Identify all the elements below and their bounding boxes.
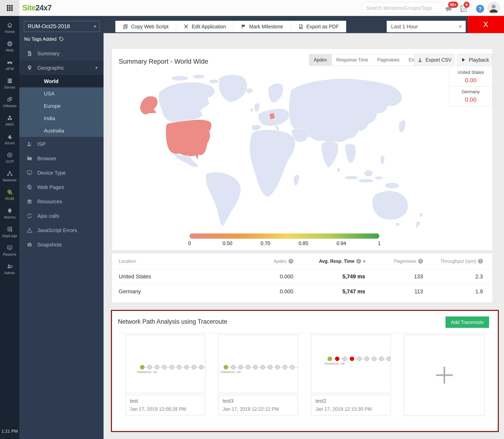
- column-header-location[interactable]: Location: [119, 259, 243, 264]
- sidebar-subitem-australia[interactable]: Australia: [19, 124, 104, 137]
- add-traceroute-card[interactable]: [404, 335, 485, 415]
- export-as-pdf-button[interactable]: PDFExport as PDF: [291, 21, 346, 32]
- rail-item-reports[interactable]: Reports: [0, 242, 19, 260]
- traceroute-hop-ok: [147, 365, 152, 369]
- map-region-africa: [250, 130, 295, 197]
- export-csv-button[interactable]: Export CSV: [414, 54, 455, 66]
- rail-item-home[interactable]: Home: [0, 19, 19, 37]
- map-country-united-states[interactable]: [166, 120, 212, 160]
- rail-item-server[interactable]: Server: [0, 74, 19, 93]
- sidebar-item-javascript-errors[interactable]: JavaScript Errors: [19, 223, 104, 237]
- rum-sidebar: RUM-Oct25-2018 ▾ No Tags Added SummaryGe…: [19, 16, 104, 439]
- traceroute-hop-start: Fremont-CA - US: [224, 365, 228, 369]
- column-header-avg-resp-time[interactable]: Avg. Resp. Timei▾: [293, 259, 365, 264]
- sidebar-item-isp[interactable]: ISP: [19, 137, 104, 151]
- sort-desc-icon[interactable]: ▾: [363, 259, 365, 264]
- sidebar-item-geographic[interactable]: Geographic▾: [19, 61, 104, 75]
- help-button[interactable]: ?: [476, 5, 484, 13]
- rail-item-web[interactable]: Web: [0, 37, 19, 56]
- info-icon[interactable]: i: [418, 259, 423, 264]
- time-range-dropdown[interactable]: Last 1 Hour ▾: [387, 21, 466, 32]
- table-row-germany[interactable]: Germany0.0005,747 ms1131.9: [112, 284, 492, 299]
- announcements-button[interactable]: 99+: [444, 4, 453, 13]
- device-icon: [26, 170, 33, 176]
- copy-web-script-button[interactable]: Copy Web Script: [115, 21, 176, 32]
- legend-country-value: 0.00: [465, 77, 477, 84]
- sidebar-item-resources[interactable]: Resources: [19, 194, 104, 209]
- tab-response-time[interactable]: Response Time: [332, 54, 373, 65]
- sidebar-item-label: Device Type: [37, 170, 66, 176]
- world-map-svg: [120, 66, 451, 233]
- sidebar-subitem-usa[interactable]: USA: [19, 87, 104, 100]
- hop-link: [189, 367, 192, 367]
- hop-link: [250, 367, 253, 367]
- map-region-arctic-island: [209, 79, 218, 83]
- search-input[interactable]: [366, 5, 438, 11]
- monitor-dropdown[interactable]: RUM-Oct25-2018 ▾: [24, 21, 100, 32]
- tag-icon[interactable]: [59, 37, 64, 42]
- add-traceroute-button[interactable]: Add Traceroute: [445, 317, 489, 328]
- traceroute-hop-ok: [283, 365, 287, 369]
- info-icon[interactable]: i: [288, 259, 293, 264]
- map-region-japan: [399, 120, 406, 132]
- traceroute-title: Network Path Analysis using Traceroute: [118, 318, 227, 325]
- traceroute-name: test2: [315, 398, 386, 404]
- sidebar-item-snapshots[interactable]: Snapshots: [19, 237, 104, 252]
- sidebar-subitem-india[interactable]: India: [19, 112, 104, 124]
- divider: [118, 333, 492, 333]
- sidebar-item-summary[interactable]: Summary: [19, 46, 104, 61]
- traceroute-panel: Network Path Analysis using Traceroute A…: [111, 310, 499, 432]
- info-icon[interactable]: i: [356, 259, 361, 264]
- map-region-australia: [372, 191, 408, 220]
- hop-link: [295, 367, 298, 367]
- column-header-pageviews[interactable]: Pageviewsi: [365, 259, 423, 264]
- ajax-icon: [26, 213, 33, 219]
- hop-link: [204, 367, 205, 367]
- sidebar-item-browser[interactable]: Browser: [19, 151, 104, 166]
- table-row-united-states[interactable]: United States0.0005,749 ms1332.3: [112, 269, 492, 284]
- rail-item-applogs[interactable]: AppLogs: [0, 223, 19, 242]
- map-country-alaska-us[interactable]: [140, 96, 158, 115]
- sidebar-item-device-type[interactable]: Device Type: [19, 166, 104, 180]
- sidebar-subitem-europe[interactable]: Europe: [19, 100, 104, 112]
- app-grid-button[interactable]: [0, 0, 19, 16]
- traceroute-timestamp: Jan 17, 2019 12:22:12 PM: [223, 406, 294, 412]
- tasks-button[interactable]: 9: [459, 4, 468, 13]
- column-header-throughput-rpm-[interactable]: Throughput (rpm)i: [423, 259, 483, 264]
- traceroute-card-test3[interactable]: Fremont-CA - UStest3Jan 17, 2019 12:22:1…: [218, 335, 298, 415]
- map-region-indonesia: [375, 176, 383, 180]
- cell-avg-resp-time: 5,747 ms: [293, 289, 365, 295]
- map-region-arctic-island: [171, 76, 188, 81]
- traceroute-card-test[interactable]: Fremont-CA - UStestJan 17, 2019 12:08:28…: [125, 335, 205, 415]
- rail-item-gcp[interactable]: GCP: [0, 149, 19, 167]
- mark-milestone-button[interactable]: Mark Milestone: [233, 21, 291, 32]
- user-avatar[interactable]: [488, 2, 500, 14]
- tab-pageviews[interactable]: Pageviews: [373, 54, 404, 65]
- sidebar-item-ajax-calls[interactable]: Ajax calls: [19, 209, 104, 223]
- traceroute-card-test2[interactable]: Fremont-CA - UStest2Jan 17, 2019 12:10:3…: [311, 335, 391, 415]
- column-label: Avg. Resp. Time: [319, 259, 355, 264]
- rail-item-apm[interactable]: APM: [0, 56, 19, 74]
- rail-item-azure[interactable]: Azure: [0, 130, 19, 149]
- playback-button[interactable]: Playback: [457, 54, 492, 66]
- close-button[interactable]: X: [468, 16, 504, 33]
- sidebar-subitem-world[interactable]: World: [19, 75, 104, 87]
- map-region-india: [321, 142, 338, 168]
- info-icon[interactable]: i: [478, 259, 483, 264]
- rail-item-vmware[interactable]: VMware: [0, 93, 19, 111]
- column-label: Pageviews: [394, 259, 416, 264]
- tab-apdex[interactable]: Apdex: [309, 54, 332, 65]
- rail-item-label: AppLogs: [2, 234, 17, 238]
- column-header-apdex[interactable]: Apdexi: [243, 259, 293, 264]
- traceroute-name: test: [130, 398, 201, 404]
- map-region-new-zealand: [420, 213, 423, 217]
- edit-application-button[interactable]: Edit Application: [176, 21, 233, 32]
- hop-link: [144, 367, 147, 367]
- sidebar-item-web-pages[interactable]: Web Pages: [19, 180, 104, 194]
- rail-item-aws[interactable]: AWS: [0, 111, 19, 130]
- rail-item-network[interactable]: Network: [0, 167, 19, 186]
- rail-item-alarms[interactable]: Alarms: [0, 204, 19, 223]
- rail-item-admin[interactable]: Admin: [0, 260, 19, 279]
- sidebar-subitem-label: World: [44, 78, 59, 85]
- rail-item-rum[interactable]: RUM: [0, 186, 19, 204]
